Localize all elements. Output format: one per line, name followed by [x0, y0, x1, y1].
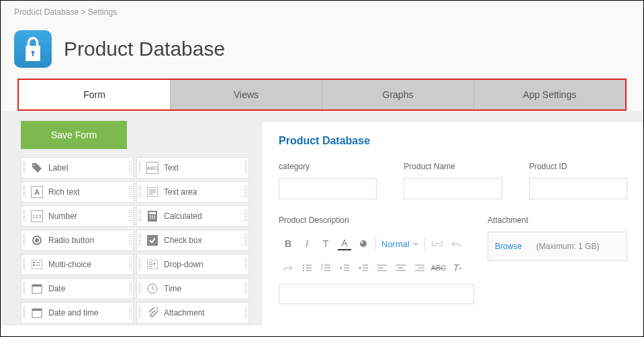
palette-item-label: Time: [164, 284, 181, 293]
field-palette: Label ABC Text A Rich text Text area 123…: [21, 157, 249, 324]
strikethrough-icon[interactable]: ABC: [432, 261, 445, 275]
lock-icon: [14, 30, 52, 68]
palette-text[interactable]: ABC Text: [136, 157, 249, 179]
svg-point-29: [360, 240, 367, 247]
svg-point-7: [152, 215, 153, 217]
page-header: Product Database: [1, 23, 643, 79]
product-id-input[interactable]: [529, 178, 627, 199]
palette-radio[interactable]: Radio button: [21, 230, 134, 251]
palette-label[interactable]: Label: [21, 157, 134, 179]
field-label-product-id: Product ID: [529, 162, 627, 171]
breadcrumb: Product Database > Settings: [1, 1, 643, 23]
highlight-icon[interactable]: [357, 237, 370, 250]
bold-icon[interactable]: B: [281, 237, 295, 250]
italic-icon[interactable]: I: [300, 237, 314, 250]
category-input[interactable]: [279, 178, 377, 199]
attachment-dropzone[interactable]: Browse (Maximum: 1 GB): [488, 232, 627, 261]
richtext-toolbar: B I T Normal 12: [279, 232, 474, 280]
page-title: Product Database: [64, 38, 225, 60]
clock-icon: [146, 283, 158, 295]
field-label-product-name: Product Name: [404, 162, 502, 171]
breadcrumb-sep: >: [81, 7, 85, 17]
paperclip-icon: [146, 307, 158, 319]
palette-multichoice[interactable]: Multi-choice: [21, 254, 134, 275]
field-label-category: category: [279, 162, 377, 171]
toolbar-separator: [424, 238, 425, 250]
align-right-icon[interactable]: [413, 261, 426, 275]
attachment-max-text: (Maximum: 1 GB): [536, 242, 599, 251]
svg-rect-14: [147, 235, 158, 246]
breadcrumb-current: Settings: [88, 7, 117, 17]
breadcrumb-root[interactable]: Product Database: [14, 7, 79, 17]
browse-link[interactable]: Browse: [495, 242, 522, 251]
richtext-icon: A: [31, 186, 43, 198]
palette-item-label: Radio button: [48, 236, 94, 245]
svg-point-8: [154, 215, 155, 217]
text-abc-icon: ABC: [146, 162, 158, 174]
link-icon[interactable]: [430, 237, 444, 250]
toolbar-separator: [375, 238, 376, 250]
undo-icon[interactable]: [449, 237, 463, 250]
calendar-clock-icon: [31, 307, 43, 319]
palette-item-label: Check box: [164, 236, 202, 245]
palette-richtext[interactable]: A Rich text: [21, 181, 134, 203]
palette-textarea[interactable]: Text area: [136, 181, 249, 203]
outdent-icon[interactable]: [338, 261, 351, 275]
list-ol-icon[interactable]: 12: [319, 261, 332, 275]
svg-rect-16: [33, 262, 35, 263]
palette-item-label: Text: [164, 163, 179, 173]
svg-rect-17: [33, 264, 35, 266]
clear-format-icon[interactable]: Tx: [451, 261, 464, 275]
align-left-icon[interactable]: [375, 261, 389, 275]
description-textarea[interactable]: [279, 284, 474, 304]
tabs: Form Views Graphs App Settings: [17, 79, 627, 111]
palette-item-label: Date and time: [48, 308, 99, 318]
calendar-icon: [31, 283, 43, 295]
textarea-icon: [146, 186, 158, 198]
format-dropdown[interactable]: Normal: [381, 239, 419, 249]
svg-point-13: [35, 238, 39, 242]
tab-form[interactable]: Form: [19, 80, 171, 109]
palette-datetime[interactable]: Date and time: [21, 302, 134, 324]
svg-point-30: [361, 242, 363, 244]
palette-checkbox[interactable]: Check box: [136, 230, 249, 251]
svg-text:2: 2: [321, 267, 323, 271]
list-ul-icon[interactable]: [300, 261, 314, 275]
product-name-input[interactable]: [404, 178, 502, 199]
form-title: Product Database: [279, 135, 627, 147]
svg-point-33: [303, 270, 304, 271]
tab-views[interactable]: Views: [171, 80, 322, 109]
underline-text-icon[interactable]: T: [319, 237, 332, 250]
tab-app-settings[interactable]: App Settings: [474, 80, 625, 109]
palette-attachment[interactable]: Attachment: [136, 302, 249, 324]
number-icon: 123: [31, 210, 43, 222]
calculator-icon: [146, 210, 158, 222]
align-center-icon[interactable]: [394, 261, 408, 275]
field-label-description: Product Description: [279, 215, 474, 225]
palette-number[interactable]: 123 Number: [21, 205, 134, 227]
svg-point-31: [303, 264, 304, 266]
palette-date[interactable]: Date: [21, 278, 134, 299]
palette-dropdown[interactable]: Drop-down: [136, 254, 249, 275]
checkbox-icon: [146, 234, 158, 246]
dropdown-icon: [146, 258, 158, 271]
save-form-button[interactable]: Save Form: [21, 121, 127, 149]
svg-rect-28: [32, 309, 42, 311]
form-canvas: Product Database category Product Name P…: [263, 121, 643, 326]
palette-item-label: Calculated: [164, 211, 202, 221]
redo-icon[interactable]: [281, 261, 295, 275]
svg-rect-25: [32, 285, 42, 287]
palette-item-label: Attachment: [164, 308, 205, 318]
field-label-attachment: Attachment: [488, 215, 627, 225]
svg-point-11: [154, 218, 155, 219]
svg-point-32: [303, 267, 304, 269]
tab-graphs[interactable]: Graphs: [322, 80, 474, 109]
svg-point-9: [150, 218, 151, 219]
text-color-icon[interactable]: [338, 237, 351, 250]
palette-item-label: Label: [48, 163, 68, 173]
tag-icon: [31, 162, 43, 174]
indent-icon[interactable]: [357, 261, 370, 275]
palette-time[interactable]: Time: [136, 278, 249, 299]
palette-calculated[interactable]: Calculated: [136, 205, 249, 227]
radio-icon: [31, 234, 43, 246]
